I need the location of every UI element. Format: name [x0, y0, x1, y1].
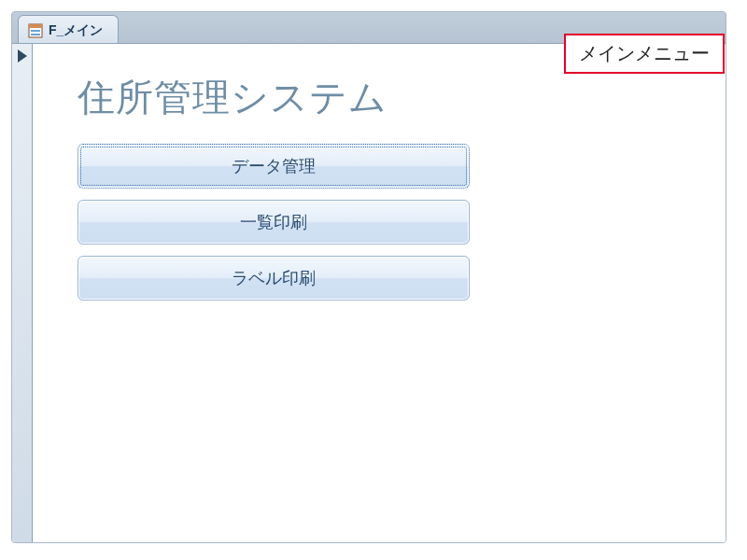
tab-label: F_メイン: [49, 22, 103, 39]
access-form-window: F_メイン 住所管理システム データ管理 一覧印刷 ラベル印刷: [11, 11, 726, 543]
form-tab[interactable]: F_メイン: [18, 15, 119, 43]
annotation-text: メインメニュー: [579, 43, 710, 63]
menu-button-stack: データ管理 一覧印刷 ラベル印刷: [78, 144, 470, 301]
label-print-button[interactable]: ラベル印刷: [78, 256, 470, 301]
svg-rect-2: [31, 30, 40, 32]
form-content: 住所管理システム データ管理 一覧印刷 ラベル印刷: [33, 44, 726, 542]
record-selector[interactable]: [12, 44, 33, 542]
data-management-button[interactable]: データ管理: [78, 144, 470, 189]
form-icon: [28, 23, 43, 38]
current-record-arrow-icon: [18, 49, 27, 63]
svg-rect-3: [31, 34, 40, 35]
callout-annotation: メインメニュー: [564, 34, 725, 74]
list-print-button[interactable]: 一覧印刷: [78, 200, 470, 245]
svg-rect-1: [29, 24, 42, 28]
form-title: 住所管理システム: [78, 72, 707, 123]
form-body: 住所管理システム データ管理 一覧印刷 ラベル印刷: [12, 44, 726, 542]
